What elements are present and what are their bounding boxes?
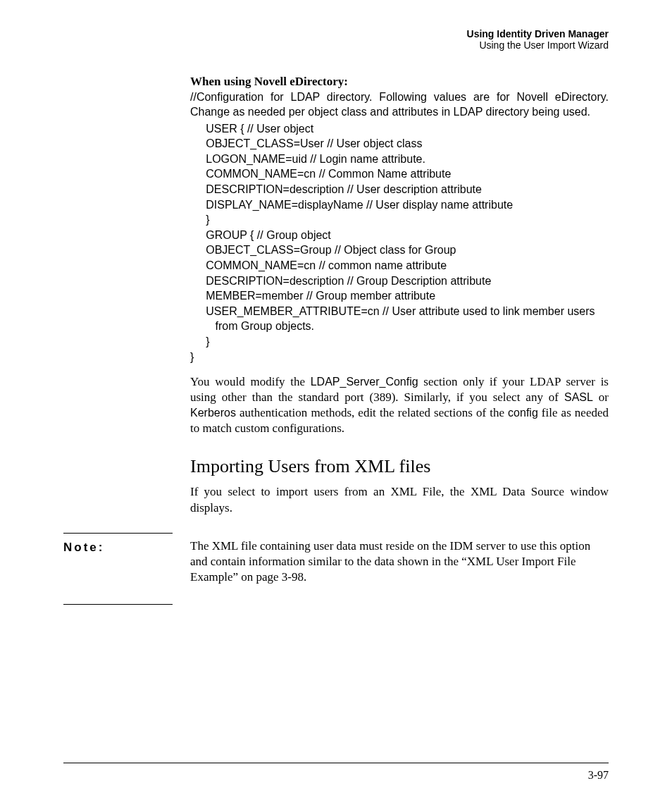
config-line: DISPLAY_NAME=displayName // User display…	[190, 199, 513, 211]
note-label: Note:	[63, 533, 173, 605]
config-intro-text: //Configuration for LDAP directory. Foll…	[190, 90, 609, 120]
config-line: COMMON_NAME=cn // Common Name attribute	[190, 168, 451, 180]
config-line: }	[190, 335, 210, 347]
text: authentication methods, edit the related…	[236, 406, 508, 419]
header-title: Using Identity Driven Manager	[63, 28, 609, 39]
note-body: The XML file containing user data must r…	[190, 533, 609, 585]
config-line: GROUP { // Group object	[190, 229, 331, 241]
config-line: DESCRIPTION=description // Group Descrip…	[190, 275, 491, 287]
text: You would modify the	[190, 375, 311, 388]
edirectory-heading: When using Novell eDirectory:	[190, 75, 609, 89]
note-block: Note: The XML file containing user data …	[63, 533, 609, 605]
code-text: SASL	[564, 391, 593, 403]
page: Using Identity Driven Manager Using the …	[0, 0, 672, 807]
text: or	[593, 390, 609, 404]
running-header: Using Identity Driven Manager Using the …	[63, 28, 609, 51]
section-heading: Importing Users from XML files	[190, 456, 609, 477]
config-line: LOGON_NAME=uid // Login name attribute.	[190, 153, 425, 165]
config-line: OBJECT_CLASS=Group // Object class for G…	[190, 244, 456, 256]
page-number: 3-97	[588, 769, 609, 782]
footer-rule	[63, 763, 609, 763]
header-subtitle: Using the User Import Wizard	[63, 39, 609, 51]
config-code-block: USER { // User object OBJECT_CLASS=User …	[190, 121, 609, 365]
note-label-wrap: Note:	[63, 533, 190, 605]
config-line: }	[190, 214, 210, 226]
xml-intro-paragraph: If you select to import users from an XM…	[190, 484, 609, 515]
modify-paragraph: You would modify the LDAP_Server_Config …	[190, 374, 609, 436]
code-text: Kerberos	[190, 407, 236, 419]
config-line: from Group objects.	[190, 320, 314, 332]
config-line: OBJECT_CLASS=User // User object class	[190, 137, 422, 149]
config-line: }	[190, 351, 194, 363]
config-line: USER_MEMBER_ATTRIBUTE=cn // User attribu…	[190, 305, 595, 317]
code-text: config	[508, 407, 538, 419]
main-content: When using Novell eDirectory: //Configur…	[190, 75, 609, 516]
config-line: COMMON_NAME=cn // common name attribute	[190, 259, 447, 271]
config-line: MEMBER=member // Group member attribute	[190, 290, 435, 302]
config-line: DESCRIPTION=description // User descript…	[190, 183, 482, 195]
config-line: USER { // User object	[190, 123, 313, 135]
code-text: LDAP_Server_Config	[311, 376, 418, 388]
